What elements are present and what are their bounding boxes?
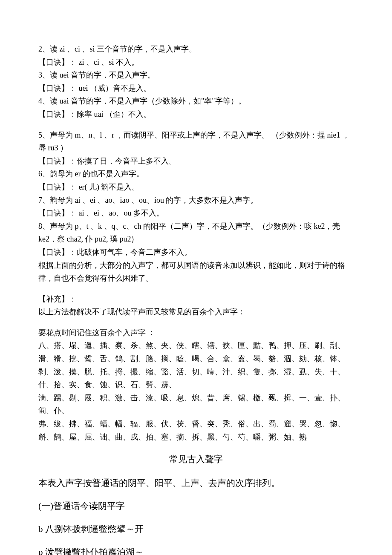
rule-3-koujue: 【口诀】： uei （威）音不是入。 xyxy=(38,82,354,95)
rule-2-koujue: 【口诀】： zi 、ci 、si 不入。 xyxy=(38,56,354,69)
section-intro: 本表入声字按普通话的阴平、阳平、上声、去声的次序排列。 xyxy=(38,473,354,493)
char-list-2: 滴、踢、剔、屐、积、激、击、漆、吸、息、熄、昔、席、锡、檄、觋、揖、一、壹、扑、… xyxy=(38,391,354,417)
rule-7-koujue: 【口诀】： ai 、ei 、ao、ou 多不入。 xyxy=(38,207,354,220)
supplement-head: 【补充】： xyxy=(38,293,354,306)
supplement-intro: 以上方法都解决不了现代读平声而又较常见的百余个入声字： xyxy=(38,305,354,319)
section-title: 常见古入聲字 xyxy=(38,452,354,467)
rule-4: 4、读 uai 音节的字，不是入声字（少数除外，如"率"字等）。 xyxy=(38,95,354,108)
rule-8-koujue: 【口诀】：此破体可气车，今音二声多不入。 xyxy=(38,246,354,259)
rule-6: 6、韵母为 er 的也不是入声字。 xyxy=(38,167,354,181)
section-sub1: (一)普通话今读阴平字 xyxy=(38,496,354,516)
char-list-1: 八、搭、塌、邋、插、察、杀、煞、夹、侠、瞎、辖、狭、匣、黠、鸭、押、压、刷、刮、… xyxy=(38,339,354,391)
spacer xyxy=(38,121,354,129)
row-p: p 泼劈撇瞥扑仆拍霹泊湖～ xyxy=(38,542,354,555)
spacer xyxy=(38,319,354,326)
rule-3: 3、读 uei 音节的字，不是入声字。 xyxy=(38,69,354,82)
rule-7: 7、韵母为 ai 、ei 、ao、iao 、ou、iou 的字，大多数不是入声字… xyxy=(38,194,354,207)
rule-8: 8、声母为 p、t 、k 、q、c、ch 的阳平（二声）字，不是入声字。（少数例… xyxy=(38,220,354,246)
char-list-3: 弗、绂、拂、福、蝠、幅、辐、服、伏、茯、督、突、秃、俗、出、蜀、窟、哭、忽、惚、… xyxy=(38,417,354,443)
rule-2: 2、读 zi 、ci 、si 三个音节的字，不是入声字。 xyxy=(38,43,354,56)
supplement-lead: 要花点时间记住这百余个入声字 ： xyxy=(38,326,354,339)
rule-5: 5、声母为 m、n、l 、r ，而读阴平、阳平或上声的字，不是入声字。 （少数例… xyxy=(38,129,354,155)
rule-6-koujue: 【口诀】： er( 儿) 韵不是入。 xyxy=(38,181,354,194)
row-b: b 八捌钵拨剥逼鳖憋擘～开 xyxy=(38,519,354,539)
rule-5-koujue: 【口诀】：你摸了日，今音平上多不入。 xyxy=(38,155,354,168)
rule-4-koujue: 【口诀】：除率 uai （歪）不入。 xyxy=(38,108,354,121)
spacer xyxy=(38,285,354,293)
rules-summary: 根据上面的分析，大部分的入声字，都可从国语的读音来加以辨识，能如此，则对于诗的格… xyxy=(38,259,354,285)
